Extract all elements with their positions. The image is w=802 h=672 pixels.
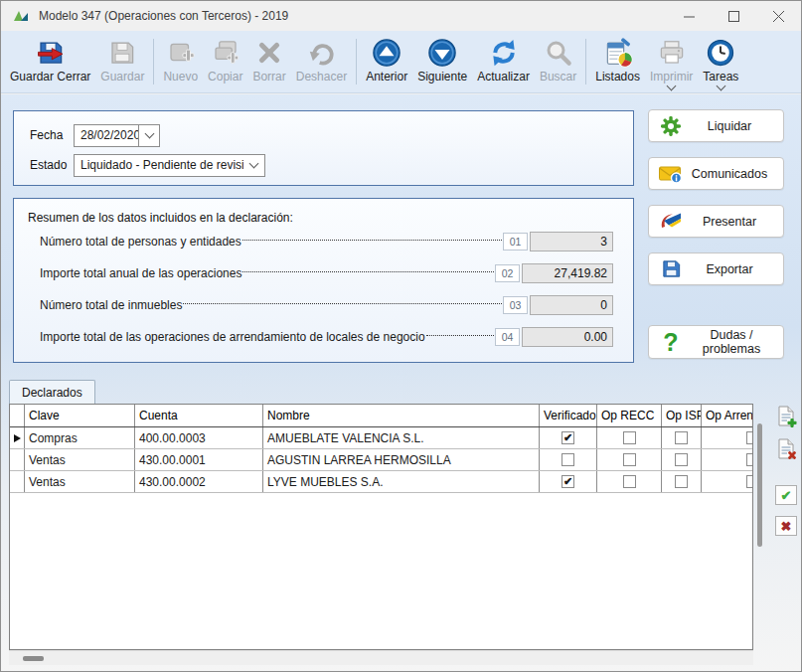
horizontal-scrollbar-track[interactable] bbox=[9, 650, 753, 665]
tab-declarados[interactable]: Declarados bbox=[9, 380, 95, 405]
confirm-button[interactable]: ✔ bbox=[775, 485, 797, 505]
verificado-checkbox[interactable] bbox=[561, 453, 574, 466]
op-isp-checkbox[interactable] bbox=[675, 453, 688, 466]
toolbar-guardar-cerrar[interactable]: Guardar Cerrar bbox=[5, 33, 95, 92]
table-row[interactable]: Ventas 430.00.0001 AGUSTIN LARREA HERMOS… bbox=[10, 449, 752, 471]
add-row-button[interactable] bbox=[774, 406, 798, 429]
presentar-button[interactable]: Presentar bbox=[648, 205, 784, 238]
resumen-row: Importe total de las operaciones de arre… bbox=[40, 326, 613, 348]
window-title: Modelo 347 (Operaciones con Terceros) - … bbox=[39, 9, 288, 23]
op-arren-checkbox[interactable] bbox=[746, 431, 752, 444]
op-isp-checkbox[interactable] bbox=[675, 475, 688, 488]
toolbar-label: Siguiente bbox=[417, 70, 467, 84]
presentar-label: Presentar bbox=[684, 215, 783, 229]
cell-clave[interactable]: Compras bbox=[25, 427, 135, 448]
grid-header-op-recc[interactable]: Op RECC bbox=[597, 405, 662, 426]
declarados-grid: Clave Cuenta Nombre Verificado Op RECC O… bbox=[9, 404, 753, 650]
fecha-label: Fecha bbox=[30, 128, 74, 142]
horizontal-scrollbar-thumb[interactable] bbox=[23, 656, 44, 661]
toolbar-label: Buscar bbox=[540, 70, 576, 84]
dot-leader bbox=[426, 335, 494, 336]
resumen-row: Número total de inmuebles 03 0 bbox=[40, 294, 613, 316]
cell-nombre[interactable]: AGUSTIN LARREA HERMOSILLA bbox=[263, 449, 540, 470]
cancel-button[interactable]: ✖ bbox=[775, 516, 797, 536]
op-arren-checkbox[interactable] bbox=[746, 453, 752, 466]
grid-header-clave[interactable]: Clave bbox=[25, 405, 135, 426]
toolbar-label: Actualizar bbox=[477, 70, 530, 84]
close-button[interactable] bbox=[756, 1, 801, 31]
op-recc-checkbox[interactable] bbox=[623, 475, 636, 488]
cell-cuenta[interactable]: 400.00.0003 bbox=[135, 427, 263, 448]
maximize-button[interactable] bbox=[712, 1, 756, 31]
toolbar-nuevo[interactable]: Nuevo bbox=[158, 33, 203, 92]
cell-op-arren bbox=[702, 427, 752, 448]
mail-icon bbox=[658, 161, 684, 187]
toolbar-actualizar[interactable]: Actualizar bbox=[472, 33, 535, 92]
resumen-title: Resumen de los datos incluidos en la dec… bbox=[28, 211, 293, 225]
document-x-icon bbox=[775, 437, 797, 464]
field-code: 03 bbox=[503, 296, 528, 314]
cell-clave[interactable]: Ventas bbox=[25, 471, 135, 492]
liquidar-button[interactable]: Liquidar bbox=[648, 109, 784, 142]
cell-cuenta[interactable]: 430.00.0001 bbox=[135, 449, 263, 470]
op-isp-checkbox[interactable] bbox=[675, 431, 688, 444]
dot-leader bbox=[183, 303, 502, 304]
toolbar-buscar[interactable]: Buscar bbox=[535, 33, 581, 92]
estado-dropdown-button[interactable] bbox=[243, 155, 264, 176]
fecha-row: Fecha 28/02/2020 bbox=[30, 123, 160, 147]
minimize-button[interactable] bbox=[667, 1, 712, 31]
table-row[interactable]: Ventas 430.00.0002 LYVE MUEBLES S.A. bbox=[10, 471, 752, 493]
estado-select[interactable]: Liquidado - Pendiente de revisión bbox=[74, 154, 265, 177]
fecha-datepicker[interactable]: 28/02/2020 bbox=[74, 124, 160, 147]
op-arren-checkbox[interactable] bbox=[746, 475, 752, 488]
document-plus-icon bbox=[775, 405, 797, 431]
aeat-logo-icon bbox=[658, 209, 684, 235]
window-controls bbox=[667, 1, 801, 31]
grid-header-cuenta[interactable]: Cuenta bbox=[135, 405, 263, 426]
cell-nombre[interactable]: AMUEBLATE VALENCIA S.L. bbox=[263, 427, 540, 448]
toolbar-separator bbox=[585, 39, 586, 84]
grid-header-op-arren[interactable]: Op Arren bbox=[702, 405, 752, 426]
toolbar-siguiente[interactable]: Siguiente bbox=[412, 33, 472, 92]
cell-op-isp bbox=[662, 449, 702, 470]
vertical-scrollbar[interactable] bbox=[757, 423, 762, 547]
dot-leader bbox=[242, 240, 502, 241]
delete-icon bbox=[254, 36, 284, 70]
toolbar-borrar[interactable]: Borrar bbox=[247, 33, 290, 92]
fecha-dropdown-button[interactable] bbox=[138, 125, 159, 146]
grid-header-nombre[interactable]: Nombre bbox=[263, 405, 540, 426]
delete-row-button[interactable] bbox=[774, 438, 798, 462]
toolbar-tareas[interactable]: Tareas bbox=[698, 33, 743, 92]
op-recc-checkbox[interactable] bbox=[623, 431, 636, 444]
grid-header-verificado[interactable]: Verificado bbox=[540, 405, 597, 426]
toolbar-copiar[interactable]: Copiar bbox=[203, 33, 247, 92]
app-logo-icon bbox=[13, 7, 31, 25]
table-row[interactable]: Compras 400.00.0003 AMUEBLATE VALENCIA S… bbox=[10, 427, 752, 449]
toolbar-label: Guardar bbox=[100, 70, 144, 84]
cell-clave[interactable]: Ventas bbox=[25, 449, 135, 470]
toolbar-label: Guardar Cerrar bbox=[10, 70, 90, 84]
estado-value: Liquidado - Pendiente de revisión bbox=[75, 155, 243, 176]
resumen-label: Importe total de las operaciones de arre… bbox=[40, 330, 425, 344]
resumen-panel: Resumen de los datos incluidos en la dec… bbox=[13, 198, 634, 363]
grid-header-op-isp[interactable]: Op ISP bbox=[662, 405, 702, 426]
dudas-button[interactable]: ? Dudas / problemas bbox=[648, 325, 784, 359]
comunicados-button[interactable]: Comunicados bbox=[648, 157, 784, 190]
toolbar-anterior[interactable]: Anterior bbox=[361, 33, 412, 92]
toolbar-guardar[interactable]: Guardar bbox=[95, 33, 149, 92]
cell-nombre[interactable]: LYVE MUEBLES S.A. bbox=[263, 471, 540, 492]
toolbar-deshacer[interactable]: Deshacer bbox=[291, 33, 352, 92]
save-icon bbox=[107, 36, 137, 70]
toolbar-imprimir[interactable]: Imprimir bbox=[645, 33, 698, 92]
verificado-checkbox[interactable] bbox=[561, 475, 574, 488]
verificado-checkbox[interactable] bbox=[561, 431, 574, 444]
filters-panel: Fecha 28/02/2020 Estado Liquidado - Pend… bbox=[13, 110, 634, 186]
cell-cuenta[interactable]: 430.00.0002 bbox=[135, 471, 263, 492]
toolbar-listados[interactable]: Listados bbox=[590, 33, 645, 92]
op-recc-checkbox[interactable] bbox=[623, 453, 636, 466]
exportar-button[interactable]: Exportar bbox=[648, 252, 784, 285]
titlebar: Modelo 347 (Operaciones con Terceros) - … bbox=[1, 1, 801, 31]
grid-header-selector bbox=[10, 405, 25, 426]
row-selector bbox=[10, 471, 25, 492]
content-area: Fecha 28/02/2020 Estado Liquidado - Pend… bbox=[1, 94, 801, 672]
